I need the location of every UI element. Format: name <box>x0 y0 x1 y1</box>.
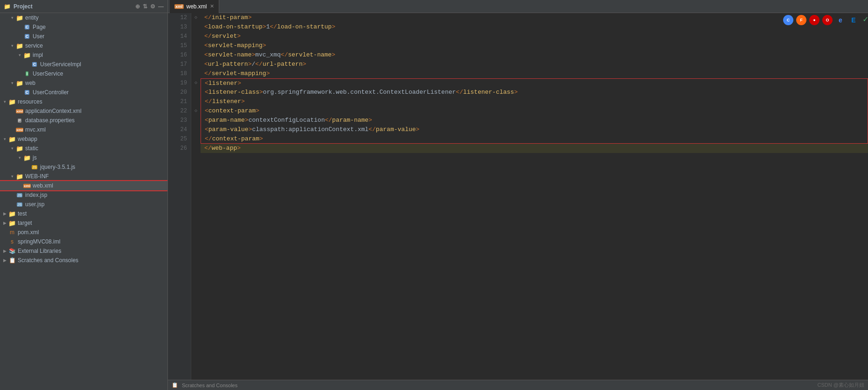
gutter-item-19: ◇ <box>191 78 201 88</box>
arrow-userserviceimpl[interactable] <box>24 62 30 67</box>
gutter-item-15 <box>191 41 201 50</box>
opera-icon[interactable]: O <box>822 15 833 25</box>
label-scratches: Scratches and Consoles <box>18 257 78 264</box>
sidebar-item-webxml[interactable]: xmlweb.xml <box>0 181 167 190</box>
project-folder-icon: 📁 <box>4 3 11 10</box>
label-jquery: jquery-3.5.1.js <box>40 164 75 170</box>
sidebar-item-web[interactable]: ▾📁web <box>0 78 167 88</box>
edge-icon[interactable]: e <box>835 15 846 25</box>
arrow-userservice[interactable] <box>17 71 22 77</box>
sort-icon[interactable]: ⇅ <box>143 3 147 10</box>
sidebar-item-userjsp[interactable]: JSuser.jsp <box>0 200 167 209</box>
arrow-usercontroller[interactable] <box>17 90 22 95</box>
arrow-pomxml[interactable] <box>2 230 7 235</box>
code-editor[interactable]: 121314151617181920212223242526 ◇◇◇ </ini… <box>168 13 868 380</box>
gutter-item-21 <box>191 97 201 106</box>
arrow-appcontext[interactable] <box>9 108 15 114</box>
sidebar-item-dbprops[interactable]: Pdatabase.properties <box>0 116 167 125</box>
ie-icon[interactable]: ● <box>809 15 819 25</box>
gutter-item-24 <box>191 125 201 134</box>
gutter-item-12: ◇ <box>191 13 201 22</box>
sidebar-item-indexjsp[interactable]: JSindex.jsp <box>0 190 167 200</box>
arrow-webinf[interactable]: ▾ <box>9 174 15 179</box>
sidebar-item-static[interactable]: ▾📁static <box>0 144 167 153</box>
sidebar-item-resources[interactable]: ▾📁resources <box>0 97 167 106</box>
minimize-icon[interactable]: — <box>158 3 164 10</box>
arrow-indexjsp[interactable] <box>9 192 15 198</box>
label-target: target <box>18 220 32 226</box>
arrow-js[interactable]: ▾ <box>17 155 22 160</box>
sidebar-item-webinf[interactable]: ▾📁WEB-INF <box>0 172 167 181</box>
sidebar-item-userservice[interactable]: IUserService <box>0 69 167 78</box>
sidebar-item-target[interactable]: ▶📁target <box>0 218 167 228</box>
settings-icon[interactable]: ⚙ <box>150 3 155 10</box>
icon-static: 📁 <box>16 145 23 152</box>
arrow-service[interactable]: ▾ <box>9 43 15 49</box>
sidebar-item-jquery[interactable]: JSjquery-3.5.1.js <box>0 162 167 172</box>
tab-bar: xml web.xml ✕ <box>168 0 868 13</box>
icon-appcontext: xml <box>16 107 23 115</box>
arrow-test[interactable]: ▶ <box>2 211 7 216</box>
label-userserviceimpl: UserServiceImpl <box>40 61 81 68</box>
code-line-19: <listener> <box>201 78 868 88</box>
arrow-webxml[interactable] <box>17 183 22 188</box>
arrow-extlibs[interactable]: ▶ <box>2 248 7 254</box>
code-line-14: </servlet> <box>201 32 868 41</box>
sidebar-item-mvcxml[interactable]: xmlmvc.xml <box>0 125 167 134</box>
sidebar-item-entity[interactable]: ▾📁entity <box>0 13 167 22</box>
label-resources: resources <box>18 98 42 105</box>
sidebar-item-page[interactable]: CPage <box>0 22 167 32</box>
arrow-static[interactable]: ▾ <box>9 146 15 151</box>
line-numbers: 121314151617181920212223242526 <box>168 13 191 380</box>
sidebar-item-appcontext[interactable]: xmlapplicationContext.xml <box>0 106 167 116</box>
arrow-springmvciml[interactable] <box>2 239 7 244</box>
add-icon[interactable]: ⊕ <box>135 3 140 10</box>
arrow-resources[interactable]: ▾ <box>2 99 7 104</box>
code-content[interactable]: </init-param> <load-on-startup>1</load-o… <box>201 13 868 380</box>
arrow-user[interactable] <box>17 34 22 39</box>
arrow-impl[interactable]: ▾ <box>17 52 22 58</box>
sidebar-item-webapp[interactable]: ▾📁webapp <box>0 134 167 144</box>
arrow-webapp[interactable]: ▾ <box>2 136 7 142</box>
tab-close-button[interactable]: ✕ <box>210 3 214 9</box>
arrow-userjsp[interactable] <box>9 202 15 207</box>
line-number-25: 25 <box>168 134 187 144</box>
arrow-target[interactable]: ▶ <box>2 220 7 226</box>
arrow-page[interactable] <box>17 24 22 30</box>
sidebar-item-impl[interactable]: ▾📁impl <box>0 50 167 60</box>
sidebar-item-usercontroller[interactable]: CUserController <box>0 88 167 97</box>
scratches-label[interactable]: Scratches and Consoles <box>182 383 237 388</box>
sidebar-item-scratches[interactable]: ▶📋Scratches and Consoles <box>0 256 167 265</box>
sidebar-item-pomxml[interactable]: mpom.xml <box>0 228 167 237</box>
sidebar-header: 📁 Project ⊕ ⇅ ⚙ — <box>0 0 167 13</box>
sidebar-item-test[interactable]: ▶📁test <box>0 209 167 218</box>
icon-userservice: I <box>23 70 31 77</box>
sidebar-item-js[interactable]: ▾📁js <box>0 153 167 162</box>
line-number-24: 24 <box>168 125 187 134</box>
sidebar-item-user[interactable]: CUser <box>0 32 167 41</box>
icon-webapp: 📁 <box>8 135 16 143</box>
label-entity: entity <box>25 14 39 21</box>
arrow-entity[interactable]: ▾ <box>9 15 15 21</box>
label-webinf: WEB-INF <box>25 173 49 180</box>
arrow-dbprops[interactable] <box>9 118 15 123</box>
chrome-icon[interactable]: C <box>783 15 793 25</box>
sidebar-item-userserviceimpl[interactable]: CUserServiceImpl <box>0 60 167 69</box>
edge2-icon[interactable]: E <box>848 15 859 25</box>
code-line-25: </context-param> <box>201 134 868 144</box>
gutter-item-26 <box>191 144 201 153</box>
firefox-icon[interactable]: F <box>796 15 806 25</box>
arrow-scratches[interactable]: ▶ <box>2 258 7 263</box>
arrow-mvcxml[interactable] <box>9 127 15 132</box>
label-springmvciml: springMVC08.iml <box>18 238 60 245</box>
icon-pomxml: m <box>8 229 16 236</box>
sidebar-item-service[interactable]: ▾📁service <box>0 41 167 50</box>
sidebar-item-extlibs[interactable]: ▶📚External Libraries <box>0 246 167 256</box>
code-line-17: <url-pattern>/</url-pattern> <box>201 60 868 69</box>
arrow-jquery[interactable] <box>24 164 30 170</box>
label-user: User <box>33 33 44 40</box>
arrow-web[interactable]: ▾ <box>9 80 15 86</box>
code-line-26: </web-app> <box>201 144 868 153</box>
sidebar-item-springmvciml[interactable]: sspringMVC08.iml <box>0 237 167 246</box>
tab-webxml[interactable]: xml web.xml ✕ <box>170 0 219 13</box>
